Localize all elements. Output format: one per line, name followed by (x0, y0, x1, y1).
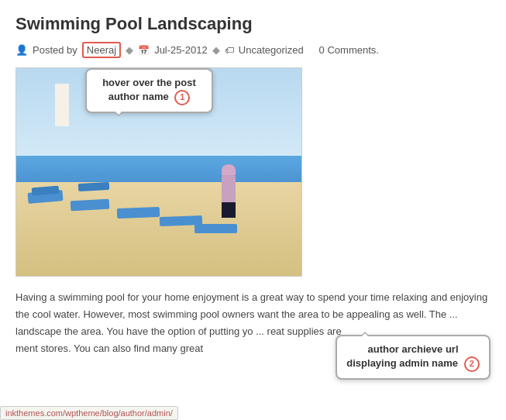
page-container: Swimming Pool Landscaping 👤 Posted by Ne… (0, 0, 506, 365)
chair-5 (194, 224, 237, 233)
chair-3 (117, 207, 160, 219)
tooltip-bubble-1: hover over the post author name 1 (85, 68, 213, 113)
user-icon: 👤 (15, 44, 28, 56)
post-text-ellipsis2: ... (256, 325, 264, 337)
post-text-part2: landscape the area. You have the option … (15, 325, 253, 337)
url-bar: inkthemes.com/wptheme/blog/author/admin/ (0, 406, 178, 420)
post-meta: 👤 Posted by Neeraj ◆ 📅 Jul-25-2012 ◆ 🏷 U… (15, 42, 491, 58)
post-date: Jul-25-2012 (154, 44, 208, 56)
tooltip-bubble-2: author archieve url displaying admin nam… (336, 335, 491, 380)
comments-count: 0 Comments. (319, 44, 379, 56)
post-category: Uncategorized (239, 44, 304, 56)
post-text-part3: reat supplies are (267, 325, 342, 337)
person-figure (222, 164, 236, 218)
calendar-icon: 📅 (138, 45, 150, 56)
author-name-link[interactable]: Neeraj (82, 42, 121, 58)
chair-7 (78, 182, 109, 191)
post-text-ellipsis1: ... (449, 308, 458, 320)
tooltip-1-number: 1 (174, 90, 190, 105)
posted-by-label: Posted by (33, 44, 77, 56)
post-title: Swimming Pool Landscaping (15, 14, 491, 34)
beach-building (55, 84, 69, 126)
post-text-part1: Having a swimming pool for your home enj… (15, 291, 487, 320)
tooltip-2-text: author archieve url displaying admin nam… (346, 343, 458, 370)
post-text-part4: ment stores. You can also find many grea… (15, 343, 203, 354)
tooltip-2-number: 2 (464, 356, 480, 372)
meta-separator-2: ◆ (212, 44, 220, 56)
meta-separator-1: ◆ (126, 44, 133, 56)
url-text: inkthemes.com/wptheme/blog/author/admin/ (5, 408, 173, 418)
tag-icon: 🏷 (225, 45, 234, 56)
chair-2 (71, 199, 110, 212)
